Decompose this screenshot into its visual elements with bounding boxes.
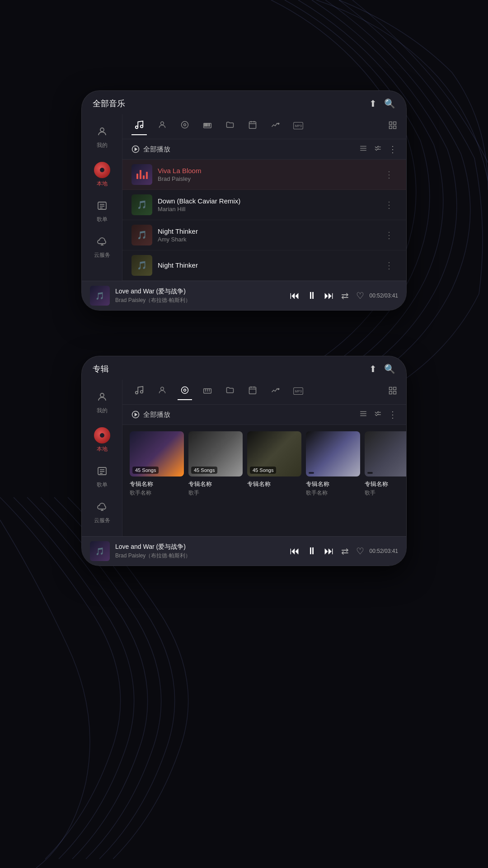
song-thumb-3: 🎵 bbox=[131, 225, 152, 245]
screen1-song-list: Viva La Bloom Brad Paisley ⋮ 🎵 Down (Bla… bbox=[122, 160, 406, 281]
album-card-2[interactable]: 45 Songs 专辑名称 歌手 bbox=[188, 431, 243, 497]
play-all-label-2: 全部播放 bbox=[143, 410, 170, 419]
song-info-1: Viva La Bloom Brad Paisley bbox=[158, 167, 381, 182]
album-songs-3: 45 Songs bbox=[250, 467, 276, 474]
list-controls-2: ⋮ bbox=[359, 409, 397, 420]
next-button-1[interactable]: ⏭ bbox=[324, 290, 334, 302]
song-thumb-4: 🎵 bbox=[131, 255, 152, 276]
song-item-4[interactable]: 🎵 Night Thinker ⋮ bbox=[122, 250, 406, 281]
sidebar2-item-local[interactable]: 本地 bbox=[84, 423, 120, 458]
play-all-label: 全部播放 bbox=[143, 145, 170, 154]
tab-chart[interactable] bbox=[268, 118, 282, 135]
album-artist-4: 歌手名称 bbox=[306, 489, 360, 497]
now-playing-title-1: Love and War (爱与战争) bbox=[115, 288, 284, 296]
like-button-2[interactable]: ♡ bbox=[356, 546, 364, 557]
tab-folder[interactable] bbox=[223, 118, 237, 135]
now-playing-thumb-2: 🎵 bbox=[90, 541, 110, 561]
tab-music[interactable] bbox=[131, 118, 147, 135]
song-more-3[interactable]: ⋮ bbox=[381, 228, 397, 242]
svg-point-10 bbox=[182, 122, 188, 128]
sidebar-cloud-label: 云服务 bbox=[94, 251, 110, 259]
song-more-4[interactable]: ⋮ bbox=[381, 258, 397, 273]
svg-point-44 bbox=[136, 392, 138, 394]
more-icon[interactable]: ⋮ bbox=[388, 144, 397, 155]
song-item-2[interactable]: 🎵 Down (Black Caviar Remix) Marian Hill … bbox=[122, 190, 406, 220]
upload-icon-2[interactable]: ⬆ bbox=[369, 363, 377, 374]
screen1-content: MP3 bbox=[122, 114, 406, 281]
song-info-2: Down (Black Caviar Remix) Marian Hill bbox=[158, 197, 381, 212]
sidebar-item-local[interactable]: 本地 bbox=[84, 157, 120, 192]
shuffle-button-1[interactable]: ⇄ bbox=[341, 290, 349, 301]
album-title-3: 专辑名称 bbox=[247, 480, 301, 488]
sidebar-item-cloud[interactable]: 云服务 bbox=[84, 231, 120, 264]
pause-button-1[interactable]: ⏸ bbox=[307, 290, 317, 302]
list-icon[interactable] bbox=[359, 144, 367, 155]
check-list-icon[interactable] bbox=[374, 144, 382, 155]
shuffle-button-2[interactable]: ⇄ bbox=[341, 546, 349, 557]
grid-view-icon-2[interactable] bbox=[388, 386, 397, 398]
screen2-play-all-bar: 全部播放 bbox=[122, 405, 406, 425]
sidebar2-item-cloud[interactable]: 云服务 bbox=[84, 497, 120, 529]
search-icon[interactable]: 🔍 bbox=[384, 98, 395, 109]
album-card-1[interactable]: 45 Songs 专辑名称 歌手名称 bbox=[130, 431, 184, 497]
list-icon-2[interactable] bbox=[359, 410, 367, 420]
svg-rect-28 bbox=[389, 126, 392, 129]
play-all-button-2[interactable]: 全部播放 bbox=[131, 410, 170, 419]
search-icon-2[interactable]: 🔍 bbox=[384, 363, 395, 374]
sidebar2-item-playlist[interactable]: 歌单 bbox=[84, 461, 120, 493]
album-songs-2: 45 Songs bbox=[191, 467, 217, 474]
svg-point-57 bbox=[278, 388, 279, 390]
song-artist-1: Brad Paisley bbox=[158, 175, 381, 182]
screen2-topbar: 专辑 ⬆ 🔍 bbox=[82, 356, 406, 380]
album-card-4[interactable]: 专辑名称 歌手名称 bbox=[306, 431, 360, 497]
tab2-artist[interactable] bbox=[155, 384, 169, 400]
play-all-button[interactable]: 全部播放 bbox=[131, 145, 170, 154]
upload-icon[interactable]: ⬆ bbox=[369, 98, 377, 109]
sidebar2-cloud-label: 云服务 bbox=[94, 517, 110, 524]
svg-rect-62 bbox=[389, 392, 392, 394]
more-icon-2[interactable]: ⋮ bbox=[388, 409, 397, 420]
check-list-icon-2[interactable] bbox=[374, 410, 382, 420]
album-title-4: 专辑名称 bbox=[306, 480, 360, 488]
tab2-album[interactable] bbox=[178, 384, 192, 400]
screen1-tabbar: MP3 bbox=[122, 114, 406, 139]
screen1-sidebar: 我的 本地 bbox=[82, 114, 122, 281]
tab2-music[interactable] bbox=[131, 383, 147, 401]
song-item-3[interactable]: 🎵 Night Thinker Amy Shark ⋮ bbox=[122, 220, 406, 250]
tab-artist[interactable] bbox=[155, 118, 169, 135]
prev-button-1[interactable]: ⏮ bbox=[290, 290, 300, 302]
tab2-mp3[interactable]: MP3 bbox=[291, 385, 306, 400]
sidebar-item-my[interactable]: 我的 bbox=[84, 122, 120, 154]
album-card-3[interactable]: 45 Songs 专辑名称 bbox=[247, 431, 301, 497]
album-artist-5: 歌手 bbox=[365, 489, 406, 497]
svg-rect-18 bbox=[209, 123, 210, 127]
pause-button-2[interactable]: ⏸ bbox=[307, 545, 317, 557]
screen2-sidebar: 我的 本地 bbox=[82, 380, 122, 536]
tab-calendar[interactable] bbox=[245, 118, 260, 135]
my-icon bbox=[97, 126, 108, 140]
song-item-1[interactable]: Viva La Bloom Brad Paisley ⋮ bbox=[122, 160, 406, 190]
tab-keys[interactable] bbox=[200, 118, 215, 135]
tab2-folder[interactable] bbox=[223, 384, 237, 400]
song-more-1[interactable]: ⋮ bbox=[381, 167, 397, 182]
tab2-chart[interactable] bbox=[268, 384, 282, 400]
tab2-keys[interactable] bbox=[200, 384, 215, 400]
prev-button-2[interactable]: ⏮ bbox=[290, 545, 300, 557]
sidebar2-item-my[interactable]: 我的 bbox=[84, 387, 120, 419]
album-card-5[interactable]: 专辑名称 歌手 bbox=[365, 431, 406, 497]
tab2-calendar[interactable] bbox=[245, 384, 260, 400]
album-artist-2: 歌手 bbox=[188, 489, 243, 497]
album-songs-4 bbox=[309, 472, 314, 474]
next-button-2[interactable]: ⏭ bbox=[324, 545, 334, 557]
song-more-2[interactable]: ⋮ bbox=[381, 198, 397, 212]
sidebar-local-label: 本地 bbox=[97, 180, 108, 188]
album-title-2: 专辑名称 bbox=[188, 480, 243, 488]
local-disc-icon bbox=[94, 162, 110, 178]
tab-mp3[interactable]: MP3 bbox=[291, 119, 306, 134]
like-button-1[interactable]: ♡ bbox=[356, 290, 364, 301]
tab-album[interactable] bbox=[178, 118, 192, 135]
list-controls: ⋮ bbox=[359, 144, 397, 155]
grid-view-icon[interactable] bbox=[388, 121, 397, 132]
sidebar-item-playlist[interactable]: 歌单 bbox=[84, 196, 120, 228]
now-playing-info-1: Love and War (爱与战争) Brad Paisley（布拉德·帕斯利… bbox=[115, 288, 284, 304]
